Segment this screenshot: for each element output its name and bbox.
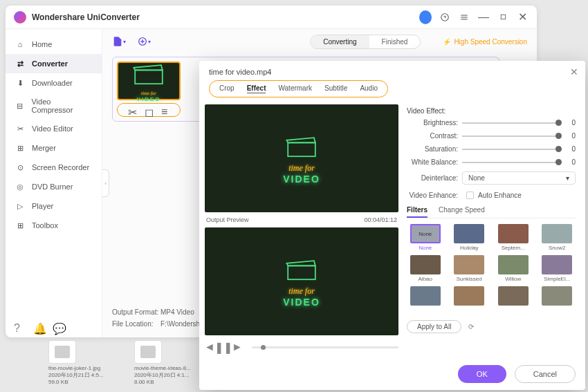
white-balance-value: 0 [567, 158, 576, 166]
titlebar: Wondershare UniConverter — ✕ [6, 6, 537, 29]
brightness-slider[interactable] [462, 122, 562, 124]
filter-september[interactable]: Septem... [495, 224, 532, 251]
filter-aibao[interactable]: Aibao [407, 255, 444, 282]
progress-slider[interactable] [252, 346, 398, 348]
filter-item[interactable] [539, 286, 576, 313]
trim-icon[interactable]: ✂ [128, 106, 136, 114]
prev-button[interactable]: ◄ [205, 342, 214, 352]
desktop-file[interactable]: the-movie-joker-1.jpg 2020年10月21日 4:5...… [48, 340, 118, 385]
more-icon[interactable]: ≡ [161, 106, 169, 114]
sidebar-item-toolbox[interactable]: ⊞Toolbox [6, 216, 102, 235]
sidebar-item-dvd[interactable]: ◎DVD Burner [6, 177, 102, 196]
saturation-label: Saturation: [407, 145, 462, 153]
output-meta: Output Format:MP4 Video File Location:F:… [112, 308, 200, 332]
tab-crop[interactable]: Crop [219, 84, 235, 93]
effect-subtabs: Filters Change Speed [407, 206, 576, 218]
user-avatar-icon[interactable] [419, 11, 432, 24]
collapse-sidebar-handle[interactable]: ‹ [102, 169, 109, 197]
sidebar: ⌂Home ⇄Converter ⬇Downloader ⊟Video Comp… [6, 29, 102, 337]
filter-sunkissed[interactable]: Sunkissed [451, 255, 488, 282]
brightness-value: 0 [567, 119, 576, 127]
filter-item[interactable] [407, 286, 444, 313]
player-icon: ▷ [15, 201, 25, 211]
filter-snow2[interactable]: Snow2 [539, 224, 576, 251]
output-preview-label: Output Preview [206, 216, 249, 223]
pause-button[interactable]: ❚❚ [219, 342, 228, 352]
seg-converting[interactable]: Converting [311, 35, 369, 48]
bell-icon[interactable]: 🔔 [33, 322, 43, 332]
minimize-icon[interactable]: — [477, 11, 490, 24]
filter-simpleel[interactable]: SimpleEl... [539, 255, 576, 282]
sidebar-item-recorder[interactable]: ⊙Screen Recorder [6, 158, 102, 177]
sidebar-item-converter[interactable]: ⇄Converter [6, 54, 102, 73]
close-icon[interactable]: ✕ [516, 11, 529, 24]
filter-holiday[interactable]: Holiday [451, 224, 488, 251]
apply-to-all-button[interactable]: Apply to All [407, 320, 461, 333]
subtab-speed[interactable]: Change Speed [439, 206, 485, 218]
filter-item[interactable] [495, 286, 532, 313]
sidebar-item-player[interactable]: ▷Player [6, 196, 102, 216]
deinterlace-select[interactable]: None▾ [462, 171, 576, 185]
source-preview[interactable]: time forVIDEO [205, 104, 398, 212]
add-file-button[interactable]: ▾ [112, 35, 126, 48]
filter-item[interactable] [451, 286, 488, 313]
maximize-icon[interactable] [497, 11, 509, 24]
sidebar-item-label: Converter [32, 59, 68, 68]
tab-subtitle[interactable]: Subtitle [324, 84, 347, 93]
brightness-label: Brightness: [407, 119, 462, 127]
auto-enhance-checkbox[interactable] [466, 192, 474, 199]
play-controls: ◄ ❚❚ ► [205, 339, 398, 355]
crop-icon[interactable]: ◻ [145, 106, 153, 114]
sidebar-item-downloader[interactable]: ⬇Downloader [6, 73, 102, 93]
video-effect-title: Video Effect: [407, 107, 576, 115]
add-folder-button[interactable]: ▾ [137, 35, 151, 48]
format-label: Output Format: [112, 308, 160, 316]
cancel-button[interactable]: Cancel [515, 365, 576, 383]
support-icon[interactable] [439, 11, 451, 24]
deinterlace-label: Deinterlace: [407, 174, 462, 182]
close-icon[interactable]: ✕ [570, 66, 578, 77]
location-value[interactable]: F:\Wondersh [160, 320, 200, 328]
saturation-slider[interactable] [462, 149, 562, 150]
sidebar-item-label: Toolbox [32, 221, 58, 230]
sidebar-item-compressor[interactable]: ⊟Video Compressor [6, 93, 102, 119]
white-balance-slider[interactable] [462, 162, 562, 163]
help-icon[interactable]: ? [14, 322, 24, 332]
tab-audio[interactable]: Audio [360, 84, 378, 93]
sidebar-item-label: DVD Burner [32, 183, 73, 191]
enhance-label: Video Enhance: [407, 192, 462, 199]
desktop-file[interactable]: movie-theme-ideas-8... 2020年10月20日 4:1..… [134, 340, 203, 385]
refresh-icon[interactable]: ⟳ [468, 323, 477, 331]
tab-watermark[interactable]: Watermark [278, 84, 312, 93]
filter-grid: NoneNone Holiday Septem... Snow2 Aibao S… [407, 224, 576, 313]
filter-none[interactable]: NoneNone [407, 224, 444, 251]
video-thumbnail[interactable]: time forVIDEO [117, 62, 181, 100]
desktop-files: the-movie-joker-1.jpg 2020年10月21日 4:5...… [48, 340, 203, 385]
status-segment: Converting Finished [310, 35, 421, 49]
high-speed-toggle[interactable]: ⚡High Speed Conversion [443, 38, 527, 46]
seg-finished[interactable]: Finished [369, 35, 421, 48]
settings-column: Video Effect: Brightness:0 Contrast:0 Sa… [404, 102, 585, 358]
filter-willow[interactable]: Willow [495, 255, 532, 282]
auto-enhance-label: Auto Enhance [478, 192, 522, 199]
format-value[interactable]: MP4 Video [160, 308, 194, 316]
svg-rect-10 [288, 265, 315, 279]
sidebar-item-merger[interactable]: ⊞Merger [6, 138, 102, 158]
recorder-icon: ⊙ [15, 162, 25, 172]
sidebar-item-label: Video Editor [32, 124, 73, 133]
sidebar-item-label: Home [32, 40, 52, 48]
subtab-filters[interactable]: Filters [407, 206, 428, 218]
output-preview[interactable]: time forVIDEO [205, 227, 398, 335]
ok-button[interactable]: OK [458, 365, 506, 383]
chevron-down-icon: ▾ [566, 174, 569, 182]
contrast-slider[interactable] [462, 136, 562, 137]
file-size: 59.0 KB [48, 379, 118, 385]
sidebar-item-editor[interactable]: ✂Video Editor [6, 119, 102, 138]
menu-icon[interactable] [458, 11, 470, 24]
tab-effect[interactable]: Effect [247, 84, 266, 93]
svg-marker-7 [134, 65, 162, 70]
app-title: Wondershare UniConverter [32, 12, 140, 22]
feedback-icon[interactable]: 💬 [53, 322, 62, 332]
sidebar-item-home[interactable]: ⌂Home [6, 35, 102, 54]
next-button[interactable]: ► [232, 342, 242, 352]
